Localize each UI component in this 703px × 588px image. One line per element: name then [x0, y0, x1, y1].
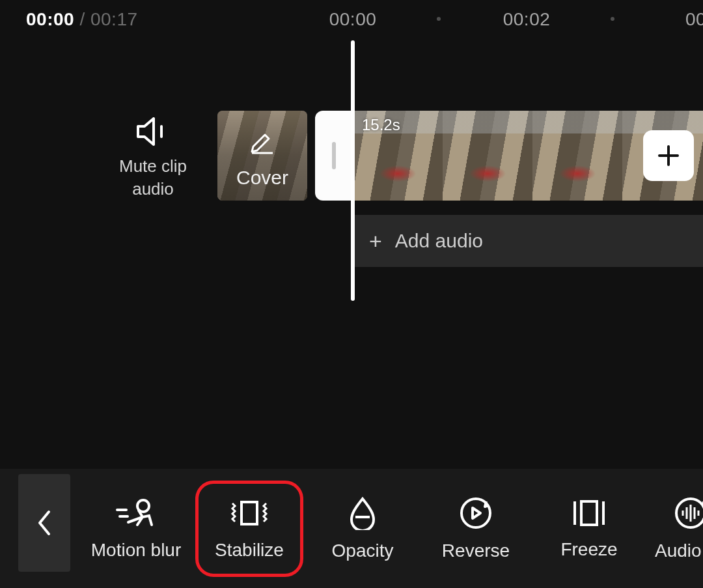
mute-clip-label: Mute clip audio: [98, 155, 208, 201]
tool-label: Reverse: [442, 540, 510, 561]
tool-opacity[interactable]: Opacity: [309, 483, 417, 574]
clip-frame: [532, 111, 622, 201]
add-clip-button[interactable]: [643, 130, 694, 181]
clip-trim-handle-left[interactable]: [315, 111, 353, 201]
plus-icon: [655, 143, 682, 169]
stabilize-icon: [228, 497, 270, 529]
time-separator: /: [74, 9, 90, 29]
ruler-tick-0: 00:00: [329, 9, 377, 30]
tool-label: Stabilize: [215, 540, 284, 561]
current-time: 00:00: [26, 9, 74, 29]
tool-label: Audio eff: [655, 540, 703, 561]
tool-label: Freeze: [560, 539, 617, 560]
clip-frame: [443, 111, 532, 201]
video-clip-track[interactable]: 15.2s: [315, 111, 703, 201]
audio-effects-icon: [674, 496, 703, 530]
plus-icon: +: [369, 229, 382, 254]
svg-rect-10: [581, 501, 597, 525]
playback-position: 00:00 / 00:17: [26, 9, 138, 30]
tool-label: Motion blur: [91, 540, 182, 561]
add-audio-label: Add audio: [395, 230, 483, 252]
speaker-mute-icon: [135, 117, 171, 146]
tool-audio-effects[interactable]: Audio eff: [648, 483, 703, 574]
add-audio-button[interactable]: + Add audio: [353, 215, 703, 267]
bottom-toolbar: Motion blur Stabilize Opacity Rever: [0, 469, 703, 588]
opacity-icon: [348, 496, 378, 530]
svg-rect-7: [241, 502, 257, 524]
freeze-icon: [572, 497, 606, 529]
total-time: 00:17: [90, 9, 138, 29]
tool-label: Opacity: [332, 540, 394, 561]
motion-blur-icon: [116, 497, 156, 529]
ruler-subtick: [437, 17, 441, 21]
clip-duration-badge: 15.2s: [362, 116, 400, 134]
tool-freeze[interactable]: Freeze: [535, 484, 643, 573]
tool-stabilize[interactable]: Stabilize: [195, 481, 303, 577]
cover-label: Cover: [217, 167, 307, 189]
tool-reverse[interactable]: Reverse: [422, 483, 530, 574]
reverse-icon: [459, 496, 493, 530]
time-ruler: 00:00 / 00:17 00:00 00:02 00: [0, 9, 703, 33]
mute-clip-audio-button[interactable]: Mute clip audio: [98, 117, 208, 201]
ruler-tick-1: 00:02: [503, 9, 551, 30]
editor-area: Mute clip audio Cover 15.2s + Add audio: [0, 33, 703, 449]
cover-button[interactable]: Cover: [217, 111, 307, 201]
chevron-left-icon: [36, 509, 53, 537]
ruler-subtick: [611, 17, 614, 21]
pencil-icon: [248, 127, 277, 156]
tool-motion-blur[interactable]: Motion blur: [82, 484, 190, 574]
ruler-tick-2: 00: [685, 9, 703, 30]
back-button[interactable]: [18, 474, 70, 572]
